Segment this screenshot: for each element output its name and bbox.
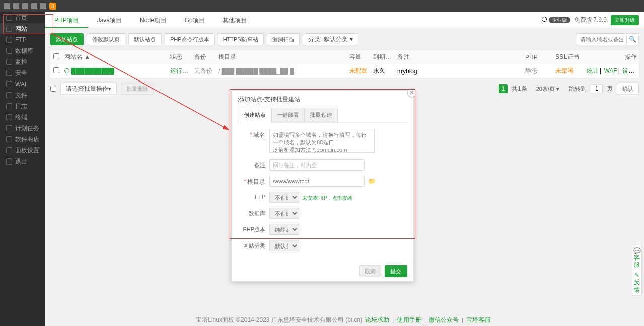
upgrade-button[interactable]: 立即升级: [611, 15, 639, 25]
cell-php[interactable]: 静态: [523, 67, 553, 75]
cat-select[interactable]: 默认分类: [269, 240, 299, 251]
root-input[interactable]: [269, 176, 365, 187]
cell-name[interactable]: ██████████: [62, 68, 168, 75]
note-input[interactable]: [269, 159, 365, 171]
folder-icon: [6, 92, 12, 98]
sidebar: 首页 网站 FTP 数据库 监控 安全 WAF 文件 日志 终端 计划任务 软件…: [0, 12, 45, 326]
page-total: 共1条: [512, 85, 527, 93]
mtab-create[interactable]: 创建站点: [238, 108, 271, 123]
sidebar-label: 日志: [15, 102, 27, 111]
label-ftp: FTP: [242, 192, 269, 200]
cancel-button[interactable]: 取消: [359, 265, 381, 277]
modal-form: *域名 备注 *根目录 📁 FTP 不创建未安装FTP，点击安装 数据库 不创建…: [232, 123, 413, 261]
float-feedback[interactable]: ✎: [632, 272, 641, 279]
mtab-deploy[interactable]: 一键部署: [271, 108, 304, 122]
home-icon: [6, 15, 12, 21]
cell-exp[interactable]: 永久: [371, 67, 395, 75]
cell-ops: 统计| WAF| 设置| 删除: [584, 67, 639, 75]
mtab-batch[interactable]: 批量创建: [304, 108, 338, 122]
search-input[interactable]: [577, 33, 627, 45]
float-label: 客服: [632, 254, 641, 269]
ftp-icon: [6, 37, 12, 43]
footer-link[interactable]: 宝塔客服: [466, 316, 491, 324]
sidebar-item-terminal[interactable]: 终端: [0, 112, 45, 123]
cell-backup[interactable]: 无备份: [192, 67, 216, 75]
page-current[interactable]: 1: [499, 84, 508, 93]
sidebar-item-store[interactable]: 软件商店: [0, 134, 45, 145]
category-select[interactable]: 分类: 默认分类 ▾: [303, 33, 359, 45]
sidebar-item-files[interactable]: 文件: [0, 90, 45, 101]
page-size[interactable]: 20条/页 ▾: [531, 83, 565, 95]
domain-input[interactable]: [269, 129, 375, 153]
label-php: PHP版本: [242, 224, 269, 233]
op-stat[interactable]: 统计: [587, 67, 599, 74]
op-waf[interactable]: WAF: [604, 67, 617, 74]
tab-other[interactable]: 其他项目: [214, 12, 256, 28]
row-checkbox[interactable]: [53, 67, 59, 73]
add-site-button[interactable]: 添加站点: [50, 33, 84, 45]
sidebar-item-settings[interactable]: 面板设置: [0, 145, 45, 156]
footer-link[interactable]: 论坛求助: [365, 316, 389, 324]
monitor-icon: [6, 59, 12, 65]
ftp-select[interactable]: 不创建: [269, 192, 299, 203]
https-button[interactable]: HTTPS防窜站: [218, 33, 264, 45]
sidebar-item-site[interactable]: 网站: [0, 23, 45, 34]
sidebar-label: 文件: [15, 91, 27, 100]
scan-button[interactable]: 漏洞扫描: [267, 33, 300, 45]
logout-icon: [6, 158, 12, 165]
pager: 1 共1条 20条/页 ▾ 跳转到 页 确认: [499, 83, 639, 95]
footer-link[interactable]: 微信公众号: [429, 316, 459, 324]
page-confirm[interactable]: 确认: [617, 83, 639, 95]
submit-button[interactable]: 提交: [385, 265, 407, 277]
sidebar-item-db[interactable]: 数据库: [0, 45, 45, 56]
op-set[interactable]: 设置: [622, 67, 634, 74]
sidebar-item-cron[interactable]: 计划任务: [0, 123, 45, 134]
pro-tag[interactable]: 企业版: [549, 17, 570, 23]
batch-select[interactable]: 请选择批量操作 ▾: [60, 83, 117, 95]
cell-note[interactable]: myblog: [395, 68, 523, 75]
sidebar-item-security[interactable]: 安全: [0, 67, 45, 78]
php-cli-button[interactable]: PHP命令行版本: [165, 33, 215, 45]
db-select[interactable]: 不创建: [269, 208, 299, 219]
cell-status[interactable]: 运行中▶: [168, 67, 192, 75]
topbar: 0: [0, 0, 644, 12]
folder-icon[interactable]: 📁: [368, 178, 376, 185]
close-icon[interactable]: ✕: [407, 88, 416, 97]
page-input[interactable]: [591, 84, 603, 93]
label-note: 备注: [242, 159, 269, 169]
add-site-modal: ✕ 添加站点-支持批量建站 创建站点 一键部署 批量创建 *域名 备注 *根目录…: [231, 91, 414, 282]
cell-ssl[interactable]: 未部署: [553, 67, 584, 75]
col-name[interactable]: 网站名 ▲: [62, 53, 168, 61]
tab-node[interactable]: Node项目: [131, 12, 176, 28]
side-float[interactable]: 💬 客服 ✎ 反馈: [632, 244, 642, 296]
sidebar-item-logout[interactable]: 退出: [0, 156, 45, 167]
cell-root[interactable]: / ███ █████ ████_██ █: [216, 68, 347, 75]
search-button[interactable]: 🔍: [627, 33, 639, 45]
ftp-hint[interactable]: 未安装FTP，点击安装: [302, 195, 352, 201]
tab-go[interactable]: Go项目: [176, 12, 214, 28]
modal-tabs: 创建站点 一键部署 批量创建: [238, 108, 407, 123]
tab-php[interactable]: PHP项目: [45, 12, 88, 28]
batch-delete-button[interactable]: 批量删除: [121, 83, 154, 95]
sidebar-item-ftp[interactable]: FTP: [0, 34, 45, 45]
default-site-button[interactable]: 默认站点: [128, 33, 162, 45]
toolbar: 添加站点 修改默认页 默认站点 PHP命令行版本 HTTPS防窜站 漏洞扫描 分…: [45, 28, 644, 50]
sidebar-item-home[interactable]: 首页: [0, 12, 45, 23]
default-page-button[interactable]: 修改默认页: [87, 33, 125, 45]
float-label: 反馈: [632, 279, 641, 293]
label-cat: 网站分类: [242, 240, 269, 250]
notif-badge[interactable]: 0: [49, 3, 56, 10]
sidebar-item-waf[interactable]: WAF: [0, 78, 45, 90]
col-root: 根目录: [216, 53, 347, 61]
select-all-checkbox[interactable]: [53, 53, 59, 59]
sidebar-item-logs[interactable]: 日志: [0, 101, 45, 112]
float-service[interactable]: 💬: [632, 247, 641, 254]
sidebar-item-monitor[interactable]: 监控: [0, 56, 45, 67]
sidebar-label: 监控: [15, 58, 27, 66]
footer-link[interactable]: 使用手册: [397, 316, 421, 324]
tab-java[interactable]: Java项目: [88, 12, 131, 28]
batch-checkbox[interactable]: [50, 86, 56, 92]
col-exp[interactable]: 到期时间 ▾: [371, 53, 395, 61]
php-select[interactable]: 纯静态: [269, 224, 299, 235]
cell-quota[interactable]: 未配置: [347, 67, 371, 75]
